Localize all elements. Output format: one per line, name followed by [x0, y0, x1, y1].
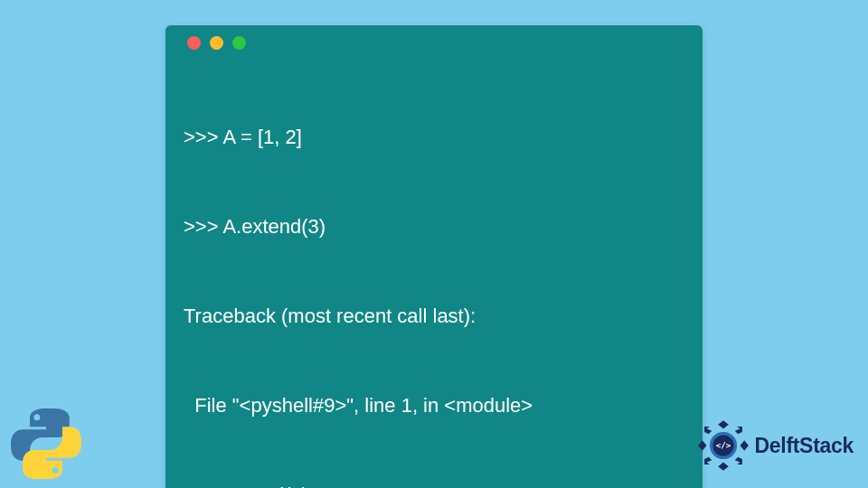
- delftstack-brand: </> DelftStack: [697, 419, 854, 472]
- window-controls: [184, 36, 684, 50]
- svg-marker-0: [718, 420, 729, 428]
- code-line: A.extend(3): [184, 480, 684, 488]
- delftstack-logo-icon: </>: [697, 419, 750, 472]
- svg-marker-1: [718, 463, 729, 471]
- code-line: Traceback (most recent call last):: [184, 301, 684, 331]
- brand-name: DelftStack: [755, 434, 854, 458]
- code-line: >>> A.extend(3): [184, 211, 684, 241]
- code-block: >>> A = [1, 2] >>> A.extend(3) Traceback…: [184, 62, 684, 488]
- code-line: File "<pyshell#9>", line 1, in <module>: [184, 390, 684, 420]
- svg-marker-2: [698, 440, 706, 451]
- svg-marker-5: [734, 427, 741, 434]
- maximize-icon: [232, 36, 246, 50]
- minimize-icon: [210, 36, 223, 50]
- svg-marker-3: [740, 440, 748, 451]
- code-line: >>> A = [1, 2]: [184, 122, 684, 152]
- python-logo-icon: [7, 405, 85, 483]
- close-icon: [187, 36, 201, 50]
- svg-marker-4: [704, 427, 712, 434]
- terminal-window: >>> A = [1, 2] >>> A.extend(3) Traceback…: [165, 25, 703, 488]
- svg-marker-7: [734, 457, 741, 465]
- svg-text:</>: </>: [715, 440, 731, 450]
- svg-marker-6: [704, 457, 712, 465]
